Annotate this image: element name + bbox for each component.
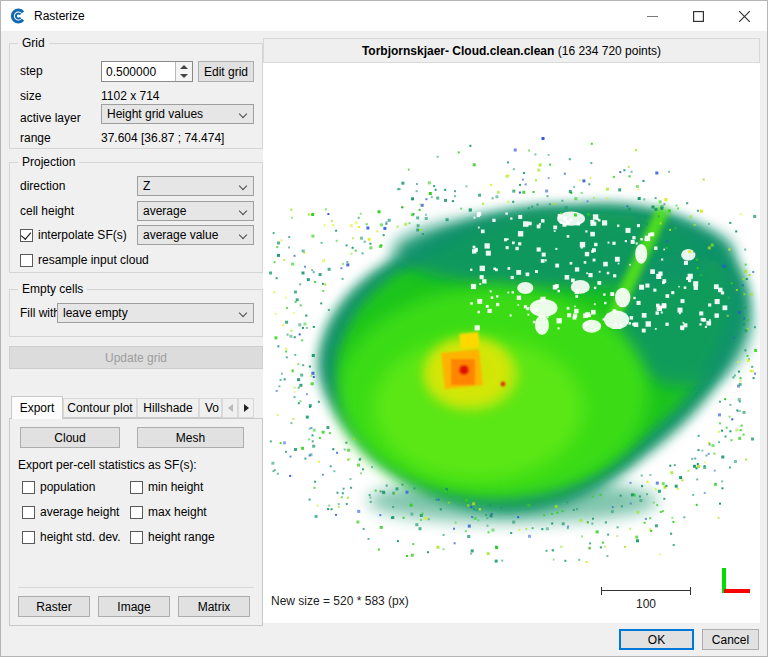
fill-with-combobox[interactable]: leave empty [57, 303, 254, 323]
rasterize-dialog: Rasterize Grid step Edit grid size 1102 … [0, 0, 768, 657]
step-label: step [20, 61, 43, 81]
resample-cloud-checkbox[interactable]: resample input cloud [20, 252, 149, 268]
checkbox-box [22, 506, 35, 519]
export-image-button[interactable]: Image [98, 596, 170, 617]
minimize-button[interactable] [629, 1, 675, 31]
cell-height-value: average [143, 204, 186, 218]
preview-header: Torbjornskjaer- Cloud.clean.clean (16 23… [263, 38, 760, 63]
window-controls [629, 1, 767, 31]
close-button[interactable] [721, 1, 767, 31]
chevron-down-icon [239, 182, 247, 190]
population-checkbox[interactable]: population [22, 479, 95, 495]
average-height-checkbox[interactable]: average height [22, 504, 119, 520]
projection-groupbox: Projection direction Z cell height avera… [9, 162, 263, 273]
new-size-text: New size = 520 * 583 (px) [271, 594, 409, 608]
step-spinner[interactable] [101, 61, 193, 82]
export-raster-button[interactable]: Raster [18, 596, 90, 617]
height-range-checkbox[interactable]: height range [130, 529, 215, 545]
chevron-down-icon [239, 231, 247, 239]
size-label: size [20, 86, 41, 106]
interpolate-sf-checkbox[interactable]: interpolate SF(s) [20, 227, 127, 243]
tab-hillshade[interactable]: Hillshade [137, 398, 199, 418]
fill-with-label: Fill with [20, 303, 60, 323]
axis-x-indicator [724, 589, 750, 593]
step-decrement-button[interactable] [176, 72, 192, 82]
average-height-label: average height [40, 505, 119, 519]
checkbox-box [20, 229, 33, 242]
step-input[interactable] [102, 62, 175, 81]
scale-bar-label: 100 [601, 597, 691, 611]
range-value: 37.604 [36.87 ; 74.474] [101, 128, 224, 148]
tab-volume-truncated[interactable]: Vo [199, 398, 222, 418]
size-value: 1102 x 714 [101, 86, 160, 106]
grid-groupbox: Grid step Edit grid size 1102 x 714 Heig… [9, 43, 263, 149]
chevron-down-icon [239, 207, 247, 215]
grid-legend: Grid [18, 36, 49, 50]
edit-grid-button[interactable]: Edit grid [198, 61, 254, 82]
tab-scroll-right-button[interactable] [238, 398, 254, 418]
interpolate-sf-value: average value [143, 228, 218, 242]
titlebar[interactable]: Rasterize [1, 1, 767, 31]
chevron-down-icon [239, 110, 247, 118]
maximize-icon [693, 11, 704, 22]
interpolate-sf-label: interpolate SF(s) [38, 228, 127, 242]
checkbox-box [22, 531, 35, 544]
cloud-name: Torbjornskjaer- Cloud.clean.clean [362, 44, 555, 58]
scale-bar [601, 587, 691, 595]
height-std-dev-checkbox[interactable]: height std. dev. [22, 529, 121, 545]
active-layer-label: active layer [20, 108, 81, 128]
checkbox-box [130, 506, 143, 519]
point-cloud-preview [263, 63, 760, 623]
step-spin-arrows [175, 62, 192, 81]
update-grid-button[interactable]: Update grid [9, 346, 263, 369]
export-matrix-button[interactable]: Matrix [178, 596, 250, 617]
min-height-label: min height [148, 480, 203, 494]
empty-cells-legend: Empty cells [18, 282, 87, 296]
export-cloud-button[interactable]: Cloud [20, 427, 120, 448]
population-label: population [40, 480, 95, 494]
checkbox-box [130, 531, 143, 544]
direction-label: direction [20, 176, 65, 196]
projection-legend: Projection [18, 155, 79, 169]
max-height-label: max height [148, 505, 207, 519]
active-layer-combobox[interactable]: Height grid values [101, 104, 254, 124]
interpolate-sf-combobox[interactable]: average value [137, 225, 254, 245]
close-icon [739, 11, 750, 22]
cancel-button[interactable]: Cancel [702, 629, 759, 650]
max-height-checkbox[interactable]: max height [130, 504, 207, 520]
cloud-point-count: (16 234 720 points) [554, 44, 661, 58]
chevron-down-icon [239, 309, 247, 317]
down-arrow-icon [180, 74, 188, 78]
minimize-icon [647, 11, 658, 22]
preview-canvas: New size = 520 * 583 (px) 100 [263, 63, 760, 623]
divider [18, 587, 254, 588]
tab-scroll-left-button[interactable] [222, 398, 238, 418]
checkbox-box [20, 254, 33, 267]
checkbox-box [130, 481, 143, 494]
direction-combobox[interactable]: Z [137, 176, 254, 196]
window-title: Rasterize [34, 9, 85, 23]
cloudcompare-logo-icon [10, 8, 26, 24]
ok-button[interactable]: OK [619, 629, 694, 650]
scroll-right-icon [244, 404, 249, 412]
export-mesh-button[interactable]: Mesh [137, 427, 244, 448]
height-std-dev-label: height std. dev. [40, 530, 121, 544]
step-increment-button[interactable] [176, 62, 192, 72]
active-layer-value: Height grid values [107, 107, 203, 121]
cell-height-combobox[interactable]: average [137, 201, 254, 221]
up-arrow-icon [180, 65, 188, 69]
checkbox-box [22, 481, 35, 494]
maximize-button[interactable] [675, 1, 721, 31]
cell-height-label: cell height [20, 201, 74, 221]
scroll-left-icon [228, 404, 233, 412]
export-tab-page: Cloud Mesh Export per-cell statistics as… [9, 418, 263, 626]
resample-cloud-label: resample input cloud [38, 253, 149, 267]
height-range-label: height range [148, 530, 215, 544]
stats-caption: Export per-cell statistics as SF(s): [18, 455, 197, 475]
fill-with-value: leave empty [63, 306, 128, 320]
range-label: range [20, 128, 51, 148]
direction-value: Z [143, 179, 150, 193]
tab-contour-plot[interactable]: Contour plot [63, 398, 137, 418]
tab-export[interactable]: Export [11, 396, 63, 419]
min-height-checkbox[interactable]: min height [130, 479, 203, 495]
